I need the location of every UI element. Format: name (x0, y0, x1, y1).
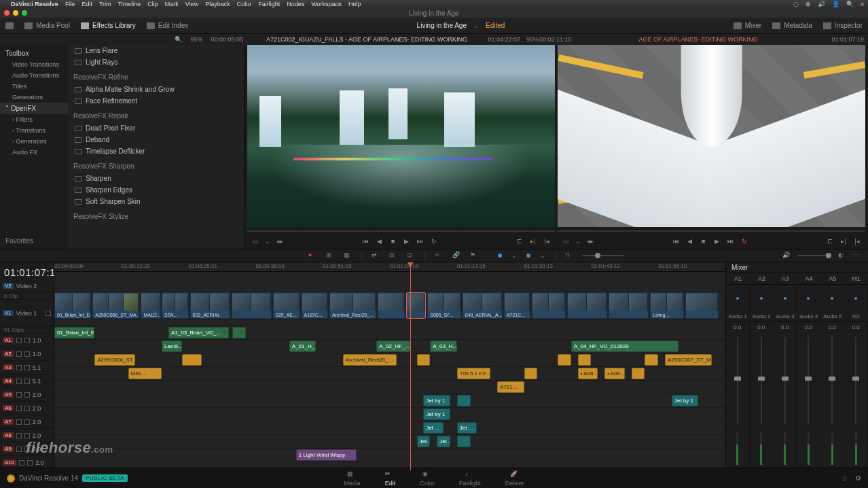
audio-clip[interactable] (524, 368, 538, 379)
lane-a4[interactable]: MAL... TIN 5.1 FX ... • A08... • A08... (54, 367, 725, 381)
marker-blue-icon[interactable] (498, 254, 502, 258)
video-clip[interactable]: A187C... (302, 292, 329, 319)
solo-icon[interactable] (24, 433, 30, 438)
status-user-icon[interactable]: 👤 (832, 1, 839, 7)
mute-icon[interactable] (16, 351, 22, 357)
fader[interactable] (761, 337, 762, 424)
menu-edit[interactable]: Edit (82, 1, 92, 7)
video-clip[interactable]: STA... (162, 292, 189, 319)
mixer-channel[interactable]: 0.0 (750, 321, 774, 470)
volume-slider[interactable] (797, 255, 831, 256)
mixer-channel[interactable]: 0.0 (797, 321, 820, 470)
fx-deflicker[interactable]: Timelapse Deflicker (73, 145, 238, 157)
fx-deband[interactable]: Deband (73, 134, 238, 145)
program-viewer-image[interactable] (558, 45, 865, 227)
menu-fairlight[interactable]: Fairlight (258, 1, 280, 7)
media-pool-toggle[interactable]: Media Pool (24, 22, 70, 29)
lane-a6[interactable]: Jet by 1 Jet by 1 (54, 394, 725, 408)
src-mode-icon[interactable]: ▭ (251, 238, 259, 245)
track-a7[interactable]: A72.0 (0, 415, 54, 429)
audio-clip[interactable]: 1 Light Wind Wispy (296, 449, 357, 461)
fx-sharpen[interactable]: Sharpen (73, 173, 238, 184)
lane-a8[interactable]: Jet ... Jet ... (54, 421, 725, 435)
audio-clip[interactable]: Archival_Reel20_... (343, 354, 397, 366)
mixer-channel[interactable]: 0.0 (774, 321, 797, 470)
mixer-tab[interactable]: A4 (797, 273, 820, 284)
mixer-channel[interactable]: 0.0 (820, 321, 844, 470)
lane-a10[interactable]: 1 Light Wind Wispy (54, 449, 725, 462)
fx-soft-sharpen[interactable]: Soft Sharpen Skin (73, 196, 238, 207)
tree-filters[interactable]: › Filters (0, 114, 68, 125)
fader[interactable] (737, 337, 738, 424)
audio-clip[interactable] (417, 354, 431, 366)
audio-clip[interactable] (558, 354, 571, 366)
prev-frame-button[interactable]: ◀ (686, 238, 694, 245)
audio-clip[interactable]: A1_03_Brian_VO_...∿ (168, 327, 229, 338)
edit-index-toggle[interactable]: Edit Index (147, 22, 188, 29)
solo-icon[interactable] (24, 392, 30, 398)
tree-generators[interactable]: Generators (0, 92, 68, 103)
audio-clip[interactable]: Jet ... (423, 422, 444, 434)
audio-clip[interactable] (457, 436, 471, 447)
tree-openfx[interactable]: ˅ OpenFX (0, 103, 68, 114)
audio-clip[interactable]: Landi... (162, 341, 182, 352)
prog-mode-icon[interactable]: ▭ (562, 238, 570, 245)
mixer-channel[interactable]: 0.0 (726, 321, 750, 470)
loop-button[interactable]: ↻ (740, 238, 748, 245)
timeline-ruler[interactable]: 01:00:00:00 01:00:12:22 01:00:25:21 01:0… (54, 262, 725, 272)
video-clip[interactable] (406, 292, 427, 319)
tree-ofx-generators[interactable]: › Generators (0, 136, 68, 147)
menu-mark[interactable]: Mark (165, 1, 179, 7)
audio-clip[interactable]: A290C007_ST_MAAR... (665, 354, 712, 366)
chevron-down-icon[interactable]: ⌄ (575, 238, 581, 245)
fx-alpha-matte[interactable]: Alpha Matte Shrink and Grow (73, 84, 238, 95)
match-frame-icon[interactable]: ◂▸ (586, 238, 594, 245)
goto-in-icon[interactable]: ▸| (529, 238, 537, 245)
zoom-window-button[interactable] (22, 10, 27, 16)
lane-a3[interactable]: A299C006_ST_... Archival_Reel20_... A290… (54, 353, 725, 367)
lane-a7[interactable]: Jet by 1 (54, 408, 725, 421)
video-clip[interactable]: A299C006_ST_MA... (92, 292, 139, 319)
fit-icon[interactable]: ⊟ (389, 251, 397, 260)
fader[interactable] (855, 337, 856, 424)
audio-clip[interactable]: ∿ (232, 327, 246, 338)
record-icon[interactable]: ● (308, 251, 317, 260)
fx-lens-flare[interactable]: Lens Flare (73, 45, 238, 56)
mute-icon[interactable] (16, 433, 22, 438)
audio-clip[interactable]: • A08... (578, 368, 598, 379)
video-clip[interactable]: A721C... (504, 292, 531, 319)
menu-trim[interactable]: Trim (99, 1, 111, 7)
fx-light-rays[interactable]: Light Rays (73, 56, 238, 68)
menu-color[interactable]: Color (237, 1, 252, 7)
playhead[interactable] (410, 262, 411, 470)
track-a1[interactable]: A11.0 (0, 334, 54, 347)
video-clip[interactable]: 033_AERIAL (190, 292, 230, 319)
play-button[interactable]: ▶ (713, 238, 721, 245)
minimize-window-button[interactable] (13, 10, 18, 16)
solo-icon[interactable] (24, 379, 30, 384)
audio-clip[interactable]: TIN 5.1 FX ... (457, 368, 490, 379)
lane-a5[interactable]: A721... (54, 381, 725, 394)
fx-face-refinement[interactable]: Face Refinement (73, 95, 238, 107)
video-clip[interactable]: Archival_Reel20_... (329, 292, 376, 319)
replace-icon[interactable]: ⇄ (372, 251, 380, 260)
audio-clip[interactable] (182, 354, 202, 366)
lock-icon[interactable] (46, 311, 51, 316)
menu-help[interactable]: Help (348, 1, 361, 7)
video-clip[interactable] (378, 292, 405, 319)
lane-a2[interactable]: Landi... A_01_H_... A_02_HF_... A_03_H..… (54, 340, 725, 353)
mixer-tab[interactable]: A2 (750, 273, 774, 284)
src-zoom[interactable]: 95% (190, 36, 202, 43)
close-window-button[interactable] (4, 10, 10, 16)
tree-titles[interactable]: Titles (0, 81, 68, 92)
audio-clip[interactable]: • A08... (604, 368, 625, 379)
audio-clip[interactable]: A_01_H_... (289, 341, 317, 352)
menu-timeline[interactable]: Timeline (118, 1, 141, 7)
fader[interactable] (831, 337, 833, 424)
dim-icon[interactable]: ◐ (838, 251, 846, 260)
audio-clip[interactable] (632, 368, 645, 379)
lane-v1[interactable]: 01_Brian_Int_Edit A299C006_ST_MA... MALD… (54, 292, 725, 319)
track-a6[interactable]: A62.0 (0, 402, 54, 415)
goto-out-icon[interactable]: |◂ (853, 238, 861, 245)
goto-in-icon[interactable]: ▸| (839, 238, 848, 245)
